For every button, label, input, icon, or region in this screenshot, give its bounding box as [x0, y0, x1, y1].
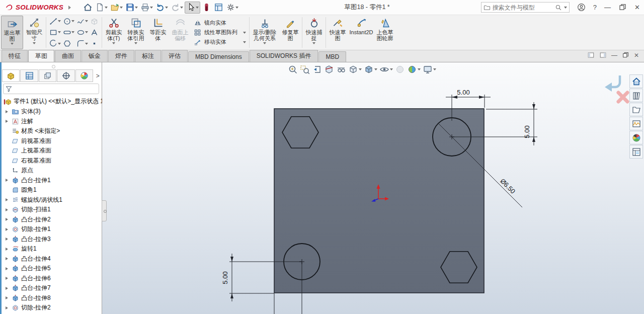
zoom-to-fit-button[interactable]: [287, 64, 298, 75]
dim-bottom-left-value[interactable]: 5.00: [221, 271, 229, 284]
minimize-button[interactable]: —: [604, 4, 611, 11]
doc-minimize-button[interactable]: —: [611, 52, 617, 59]
arc-tool[interactable]: [48, 38, 62, 49]
mirror-entities-button[interactable]: 镜向实体: [194, 19, 246, 27]
hide-show-items-button[interactable]: [379, 64, 393, 75]
expand-arrow[interactable]: [4, 285, 10, 291]
dim-diameter-value[interactable]: Ø6.50: [499, 177, 517, 195]
expand-arrow[interactable]: [4, 187, 10, 193]
expand-arrow[interactable]: [4, 305, 10, 310]
sketch-canvas[interactable]: 5.00 5.00 Ø6.50 5.00: [102, 62, 644, 314]
graphics-viewport[interactable]: 5.00 5.00 Ø6.50 5.00: [102, 62, 644, 314]
linear-pattern-button[interactable]: 线性草图阵列: [194, 29, 246, 37]
help-button[interactable]: ?: [593, 4, 597, 11]
redo-button[interactable]: [170, 2, 184, 14]
pane-right-icon[interactable]: [599, 51, 607, 59]
expand-arrow[interactable]: [4, 168, 10, 173]
expand-arrow[interactable]: [4, 246, 10, 252]
polygon-tool[interactable]: [62, 38, 75, 49]
spline-tool[interactable]: [75, 16, 89, 27]
tab-configuration-manager[interactable]: [39, 69, 56, 82]
view-settings-button[interactable]: [422, 64, 437, 75]
exit-sketch-button[interactable]: 退出草图: [1, 16, 23, 49]
dim-top-value[interactable]: 5.00: [457, 89, 469, 96]
text-tool[interactable]: [89, 27, 100, 38]
home-button[interactable]: [82, 2, 94, 14]
view-orientation-button[interactable]: [348, 64, 362, 75]
menu-expand-arrow[interactable]: [68, 6, 71, 10]
tab-display-manager[interactable]: [75, 69, 93, 82]
section-view-button[interactable]: [324, 64, 335, 75]
command-tab-MBD[interactable]: MBD: [318, 51, 346, 62]
point-tool[interactable]: [89, 38, 100, 49]
tree-item[interactable]: 切除-拉伸1: [2, 224, 102, 234]
tree-item[interactable]: 前视基准面: [2, 136, 102, 146]
expand-arrow[interactable]: [4, 217, 10, 222]
tree-item[interactable]: 螺旋线/涡状线1: [2, 195, 102, 205]
expand-arrow[interactable]: [4, 178, 10, 183]
line-tool[interactable]: [48, 16, 62, 27]
task-pane-button[interactable]: [213, 2, 224, 14]
tree-item[interactable]: 原点: [2, 166, 102, 176]
doc-restore-button[interactable]: [622, 51, 629, 59]
part-face[interactable]: [274, 109, 484, 293]
dynamic-annotation-button[interactable]: [336, 64, 347, 75]
exit-sketch-corner-icon[interactable]: [611, 75, 620, 87]
expand-arrow[interactable]: [4, 276, 10, 281]
close-button[interactable]: ✕: [634, 4, 640, 11]
expand-arrow[interactable]: [4, 256, 10, 262]
tree-item[interactable]: 上视基准面: [2, 146, 102, 156]
tab-featuremanager-tree[interactable]: [2, 69, 20, 82]
dim-right-value[interactable]: 5.00: [523, 125, 531, 138]
expand-arrow[interactable]: [4, 138, 10, 144]
expand-arrow[interactable]: [4, 266, 10, 271]
command-tab-评估[interactable]: 评估: [162, 50, 188, 62]
open-button[interactable]: [109, 2, 124, 14]
tree-item[interactable]: 材质 <未指定>: [2, 126, 102, 136]
select-tool-button[interactable]: [185, 2, 200, 14]
tree-item[interactable]: 凸台-拉伸4: [2, 254, 102, 264]
search-input[interactable]: [493, 4, 553, 11]
expand-arrow[interactable]: [4, 197, 10, 203]
tree-filter-box[interactable]: [3, 84, 99, 94]
tree-item[interactable]: 注解: [2, 117, 102, 127]
panel-collapse-handle[interactable]: [102, 200, 107, 221]
search-icon[interactable]: [555, 4, 562, 11]
command-tab-特征[interactable]: 特征: [2, 50, 28, 62]
exit-sketch-corner-arrow[interactable]: [605, 83, 612, 92]
account-icon[interactable]: [577, 3, 586, 12]
expand-arrow[interactable]: [4, 226, 10, 232]
save-button[interactable]: [124, 2, 139, 14]
expand-arrow[interactable]: [4, 295, 10, 301]
tree-item[interactable]: 旋转1: [2, 244, 102, 254]
cancel-sketch-corner-icon[interactable]: [618, 93, 627, 102]
tree-item[interactable]: 凸台-拉伸1: [2, 176, 102, 186]
tree-item[interactable]: 右视基准面: [2, 156, 102, 166]
command-tab-焊件[interactable]: 焊件: [108, 50, 134, 62]
command-tab-曲面[interactable]: 曲面: [55, 50, 81, 62]
taskpane-appearances-button[interactable]: [629, 131, 643, 144]
expand-tabs-arrow[interactable]: >: [94, 69, 102, 82]
print-button[interactable]: [139, 2, 154, 14]
circle-tool[interactable]: [62, 16, 75, 27]
tree-item[interactable]: 切除-拉伸2: [2, 303, 102, 313]
tab-property-manager[interactable]: [20, 69, 38, 82]
tree-item[interactable]: 凸台-拉伸6: [2, 274, 102, 284]
command-tab-草图[interactable]: 草图: [28, 50, 54, 62]
tab-dimxpert-manager[interactable]: [57, 69, 74, 82]
tree-item[interactable]: 凸台-拉伸3: [2, 234, 102, 245]
trim-entities-button[interactable]: 剪裁实体(T): [103, 16, 125, 49]
rapid-sketch-button[interactable]: 快速草图: [327, 16, 349, 49]
zoom-to-area-button[interactable]: [299, 64, 310, 75]
taskpane-file-explorer-button[interactable]: [629, 117, 643, 130]
previous-view-button[interactable]: [311, 64, 323, 75]
tree-item[interactable]: 实体(3): [2, 107, 102, 117]
search-dropdown-caret[interactable]: [564, 7, 567, 9]
undo-button[interactable]: [154, 2, 169, 14]
rectangle-tool[interactable]: [48, 27, 62, 38]
convert-entities-button[interactable]: 转换实体引用: [125, 16, 147, 49]
panel-splitter[interactable]: [2, 62, 102, 69]
move-entities-button[interactable]: 移动实体: [194, 38, 246, 46]
expand-arrow[interactable]: [4, 207, 10, 212]
smart-dimension-button[interactable]: 智能尺寸: [23, 16, 45, 49]
